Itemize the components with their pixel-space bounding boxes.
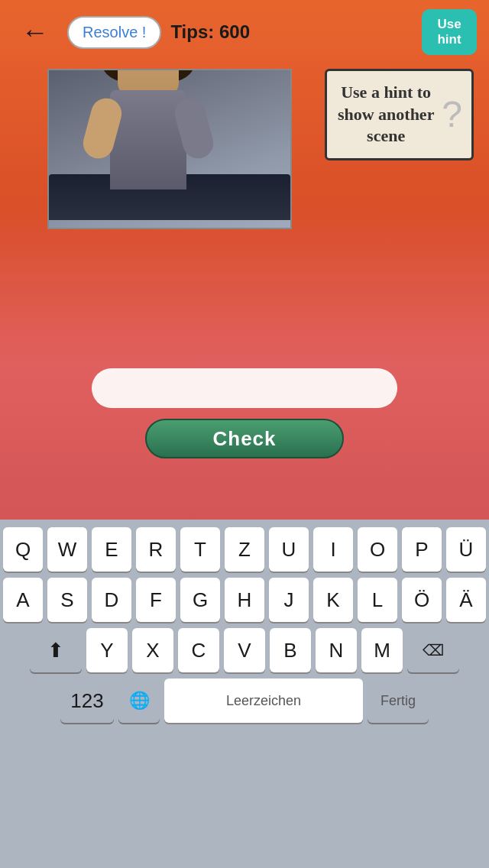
key-c[interactable]: C — [178, 628, 219, 672]
key-f[interactable]: F — [136, 578, 176, 622]
key-r[interactable]: R — [136, 527, 176, 572]
check-button[interactable]: Check — [145, 419, 344, 458]
scene-image — [47, 69, 292, 229]
key-i[interactable]: I — [313, 527, 353, 572]
key-ü[interactable]: Ü — [446, 527, 486, 572]
resolve-button[interactable]: Resolve ! — [67, 16, 161, 49]
key-y[interactable]: Y — [86, 628, 128, 672]
scene-visual — [49, 70, 290, 228]
game-area: ← Resolve ! Tips: 600 Usehint Use a hint… — [0, 0, 489, 520]
key-e[interactable]: E — [92, 527, 131, 572]
use-hint-button[interactable]: Usehint — [422, 9, 477, 55]
hint-box: Use a hint to show another scene ? — [325, 69, 474, 160]
character-silhouette — [87, 69, 209, 189]
done-key[interactable]: Fertig — [368, 679, 429, 723]
key-m[interactable]: M — [361, 628, 403, 672]
key-g[interactable]: G — [180, 578, 220, 622]
key-z[interactable]: Z — [225, 527, 264, 572]
tips-label: Tips: 600 — [170, 21, 413, 43]
numbers-key[interactable]: 123 — [60, 679, 114, 723]
key-n[interactable]: N — [316, 628, 357, 672]
hint-text: Use a hint to show another scene — [336, 82, 436, 147]
check-label: Check — [212, 427, 276, 451]
shift-key[interactable]: ⬆ — [30, 628, 82, 672]
keyboard-row-1: QWERTZUIOPÜ — [3, 527, 486, 572]
input-area: Check — [92, 368, 397, 458]
key-v[interactable]: V — [224, 628, 265, 672]
key-x[interactable]: X — [132, 628, 173, 672]
key-l[interactable]: L — [358, 578, 397, 622]
key-q[interactable]: Q — [3, 527, 43, 572]
keyboard-area: QWERTZUIOPÜ ASDFGHJKLÖÄ ⬆YXCVBNM⌫ 123🌐Le… — [0, 520, 489, 868]
back-button[interactable]: ← — [12, 15, 58, 49]
use-hint-label: Usehint — [437, 17, 461, 48]
back-arrow-icon: ← — [21, 18, 49, 46]
key-h[interactable]: H — [225, 578, 264, 622]
delete-key[interactable]: ⌫ — [407, 628, 459, 672]
key-j[interactable]: J — [269, 578, 309, 622]
key-ö[interactable]: Ö — [402, 578, 442, 622]
space-key[interactable]: Leerzeichen — [164, 679, 363, 723]
key-b[interactable]: B — [270, 628, 311, 672]
hint-question-mark-icon: ? — [442, 96, 462, 133]
keyboard-row-3: ⬆YXCVBNM⌫ — [3, 628, 486, 672]
globe-key[interactable]: 🌐 — [118, 679, 160, 723]
key-k[interactable]: K — [313, 578, 353, 622]
header: ← Resolve ! Tips: 600 Usehint — [0, 0, 489, 61]
key-ä[interactable]: Ä — [446, 578, 486, 622]
key-d[interactable]: D — [92, 578, 131, 622]
key-o[interactable]: O — [358, 527, 397, 572]
key-u[interactable]: U — [269, 527, 309, 572]
key-p[interactable]: P — [402, 527, 442, 572]
keyboard-row-bottom: 123🌐LeerzeichenFertig — [3, 679, 486, 723]
key-w[interactable]: W — [47, 527, 87, 572]
key-s[interactable]: S — [47, 578, 87, 622]
keyboard-row-2: ASDFGHJKLÖÄ — [3, 578, 486, 622]
answer-input[interactable] — [92, 368, 397, 408]
key-a[interactable]: A — [3, 578, 43, 622]
key-t[interactable]: T — [180, 527, 220, 572]
